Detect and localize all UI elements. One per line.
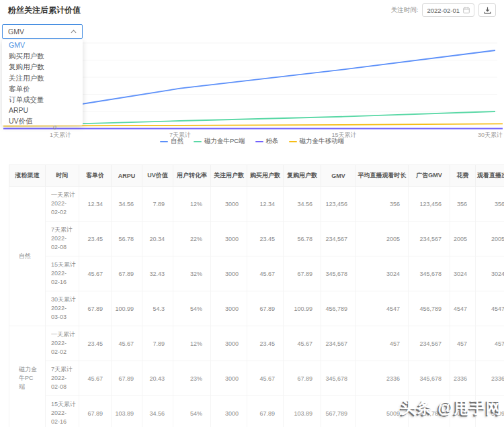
data-cell: 234,567 bbox=[321, 326, 356, 361]
time-cell: 30天累计2022-03-03 bbox=[46, 291, 79, 326]
legend-marker bbox=[289, 141, 297, 142]
legend-item[interactable]: 自然 bbox=[160, 137, 183, 146]
column-header: 复购用户数 bbox=[284, 165, 321, 187]
data-cell: 32.43 bbox=[142, 256, 173, 291]
table-row: 15天累计2022-02-1645.6767.8932.4332%300045.… bbox=[9, 256, 504, 291]
data-cell: 54% bbox=[173, 396, 211, 427]
column-header: ARPU bbox=[112, 165, 142, 187]
data-cell: 34.56 bbox=[284, 187, 321, 222]
data-cell: 4547 bbox=[476, 291, 504, 326]
data-cell: 12% bbox=[173, 187, 211, 222]
data-cell: 234,567 bbox=[321, 222, 356, 256]
data-cell: 23.45 bbox=[247, 326, 284, 361]
time-cell: 15天累计2022-02-16 bbox=[46, 396, 79, 427]
select-option[interactable]: 购买用户数 bbox=[2, 50, 83, 61]
data-cell: 123,456 bbox=[409, 187, 450, 222]
column-header: 广告GMV bbox=[409, 165, 450, 187]
data-cell: 23% bbox=[173, 361, 211, 396]
time-cell: 一天累计2022-02-02 bbox=[46, 326, 79, 361]
column-header: GMV bbox=[321, 165, 356, 187]
data-cell: 103.89 bbox=[284, 396, 321, 427]
data-cell: 23.45 bbox=[247, 222, 284, 256]
legend-marker bbox=[160, 141, 168, 142]
table-row: 7天累计2022-02-0823.4556.7820.3422%300023.4… bbox=[9, 222, 504, 256]
time-cell: 15天累计2022-02-16 bbox=[46, 256, 79, 291]
follow-time-label: 关注时间: bbox=[391, 6, 419, 15]
data-cell: 356 bbox=[450, 187, 476, 222]
data-cell: 356 bbox=[476, 187, 504, 222]
select-option[interactable]: 客单价 bbox=[2, 83, 83, 94]
column-header: 花费 bbox=[450, 165, 476, 187]
legend-item[interactable]: 磁力金牛PC端 bbox=[194, 137, 245, 146]
select-option[interactable]: 订单成交量 bbox=[2, 94, 83, 105]
select-option[interactable]: UV价值 bbox=[2, 115, 83, 126]
legend-marker bbox=[194, 141, 202, 142]
data-cell: 34.56 bbox=[112, 187, 142, 222]
data-cell: 457 bbox=[450, 326, 476, 361]
table-header-row: 涨粉渠道时间客单价ARPUUV价值用户转化率关注用户数购买用户数复购用户数GMV… bbox=[9, 165, 504, 187]
column-header: 关注用户数 bbox=[211, 165, 247, 187]
column-header: 平均直播观看时长 bbox=[356, 165, 409, 187]
data-cell: 20.34 bbox=[142, 222, 173, 256]
data-cell: 20.43 bbox=[142, 361, 173, 396]
data-cell: 100.99 bbox=[284, 291, 321, 326]
data-cell: 3000 bbox=[211, 291, 247, 326]
data-cell: 2336 bbox=[356, 361, 409, 396]
data-cell: 54.3 bbox=[142, 291, 173, 326]
time-cell: 一天累计2022-02-02 bbox=[46, 187, 79, 222]
data-cell: 7.89 bbox=[142, 326, 173, 361]
data-cell: 67.89 bbox=[112, 256, 142, 291]
date-picker-input[interactable]: 2022-02-01 bbox=[422, 3, 474, 17]
data-cell: 4547 bbox=[450, 291, 476, 326]
data-cell: 234,567 bbox=[409, 222, 450, 256]
data-cell: 3000 bbox=[211, 326, 247, 361]
data-cell: 100.99 bbox=[112, 291, 142, 326]
time-cell: 7天累计2022-02-08 bbox=[46, 361, 79, 396]
data-cell: 345,678 bbox=[321, 361, 356, 396]
data-cell: 54% bbox=[173, 291, 211, 326]
column-header: 客单价 bbox=[79, 165, 112, 187]
date-value: 2022-02-01 bbox=[427, 7, 460, 14]
data-cell: 12.34 bbox=[79, 187, 112, 222]
data-cell: 56.78 bbox=[284, 222, 321, 256]
data-cell: 345,678 bbox=[409, 256, 450, 291]
data-cell: 2336 bbox=[450, 361, 476, 396]
watermark: 头条 @甩手网 bbox=[401, 397, 502, 418]
data-cell: 23.45 bbox=[79, 326, 112, 361]
legend-item[interactable]: 磁力金牛移动端 bbox=[289, 137, 345, 146]
select-option[interactable]: ARPU bbox=[2, 105, 83, 115]
channel-cell: 自然 bbox=[9, 187, 46, 326]
metric-select-dropdown: GMV购买用户数复购用户数关注用户数客单价订单成交量ARPUUV价值 bbox=[2, 40, 83, 126]
data-cell: 3000 bbox=[211, 187, 247, 222]
data-cell: 567,789 bbox=[321, 396, 356, 427]
legend-label: 磁力金牛PC端 bbox=[204, 137, 245, 146]
download-button[interactable] bbox=[478, 3, 496, 17]
data-cell: 67.89 bbox=[247, 291, 284, 326]
legend-item[interactable]: 粉条 bbox=[255, 137, 279, 146]
data-cell: 345,678 bbox=[409, 361, 450, 396]
data-cell: 67.89 bbox=[284, 361, 321, 396]
data-cell: 67.89 bbox=[284, 256, 321, 291]
table-row: 自然一天累计2022-02-0212.3434.567.8912%300012.… bbox=[9, 187, 504, 222]
toolbar: 关注时间: 2022-02-01 bbox=[391, 3, 496, 17]
legend-marker bbox=[255, 141, 263, 142]
data-cell: 12% bbox=[173, 326, 211, 361]
download-icon bbox=[484, 7, 491, 14]
metric-select[interactable]: GMV bbox=[2, 24, 83, 39]
data-cell: 3024 bbox=[356, 256, 409, 291]
top-bar: 粉丝关注后累计价值 关注时间: 2022-02-01 bbox=[0, 0, 504, 20]
data-cell: 67.89 bbox=[112, 361, 142, 396]
data-cell: 3000 bbox=[211, 361, 247, 396]
data-cell: 7.89 bbox=[142, 187, 173, 222]
data-cell: 2005 bbox=[476, 222, 504, 256]
metric-select-value: GMV bbox=[8, 28, 24, 36]
data-cell: 2005 bbox=[450, 222, 476, 256]
select-option[interactable]: 关注用户数 bbox=[2, 73, 83, 83]
column-header: 观看直播次数 bbox=[476, 165, 504, 187]
select-option[interactable]: GMV bbox=[2, 40, 83, 50]
select-option[interactable]: 复购用户数 bbox=[2, 61, 83, 72]
data-cell: 67.89 bbox=[79, 396, 112, 427]
data-cell: 2336 bbox=[476, 361, 504, 396]
data-cell: 456,789 bbox=[409, 291, 450, 326]
calendar-icon bbox=[463, 7, 470, 13]
